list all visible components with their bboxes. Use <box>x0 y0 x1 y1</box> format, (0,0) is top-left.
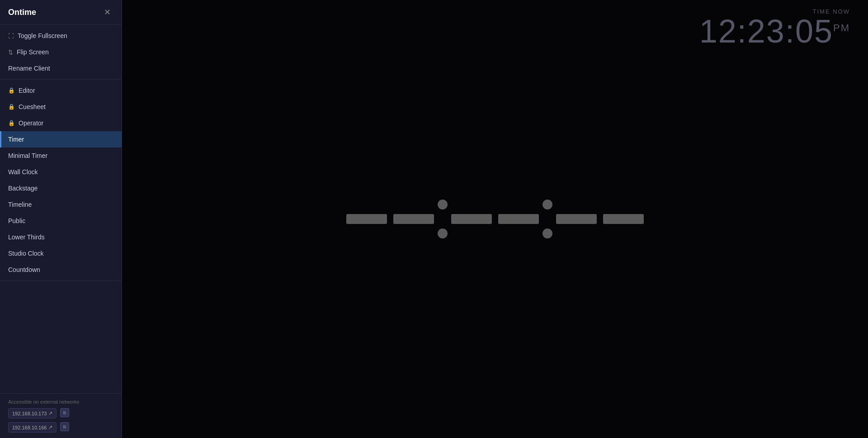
fullscreen-icon: ⛶ <box>8 33 14 39</box>
sidebar-header: Ontime ✕ <box>0 0 122 25</box>
sidebar-item-studio-clock[interactable]: Studio Clock <box>0 245 122 262</box>
sidebar-item-countdown[interactable]: Countdown <box>0 262 122 278</box>
colon-2 <box>542 200 552 238</box>
sidebar-item-public[interactable]: Public <box>0 213 122 229</box>
cuesheet-label: Cuesheet <box>19 103 46 110</box>
seg-bar-ss-1 <box>556 214 597 224</box>
seg-bar-hh-2 <box>393 214 434 224</box>
seconds-segment <box>556 214 644 224</box>
sidebar-item-flip-screen[interactable]: ⇅ Flip Screen <box>0 44 122 60</box>
sidebar-item-wall-clock[interactable]: Wall Clock <box>0 164 122 180</box>
lock-icon-editor: 🔒 <box>8 87 15 94</box>
backstage-label: Backstage <box>8 185 38 192</box>
colon-1 <box>438 200 448 238</box>
sidebar-item-minimal-timer[interactable]: Minimal Timer <box>0 148 122 164</box>
hours-segment <box>346 214 434 224</box>
rename-client-label: Rename Client <box>8 65 50 72</box>
lock-icon-operator: 🔒 <box>8 120 15 126</box>
colon-dot-bottom-2 <box>542 229 552 238</box>
sidebar-item-operator[interactable]: 🔒 Operator <box>0 115 122 131</box>
nav-section: 🔒 Editor 🔒 Cuesheet 🔒 Operator Timer Min… <box>0 80 122 281</box>
toggle-fullscreen-label: Toggle Fullscreen <box>18 32 67 39</box>
studio-clock-label: Studio Clock <box>8 250 44 257</box>
sidebar: Ontime ✕ ⛶ Toggle Fullscreen ⇅ Flip Scre… <box>0 0 122 438</box>
sidebar-item-cuesheet[interactable]: 🔒 Cuesheet <box>0 99 122 115</box>
timer-area <box>346 200 644 238</box>
seg-bar-ss-2 <box>603 214 644 224</box>
lock-icon-cuesheet: 🔒 <box>8 104 15 110</box>
countdown-label: Countdown <box>8 266 40 273</box>
colon-dot-bottom-1 <box>438 229 448 238</box>
colon-dot-top-2 <box>542 200 552 209</box>
operator-label: Operator <box>19 119 43 127</box>
copy-button-1[interactable]: ⎘ <box>60 408 69 417</box>
sidebar-footer: Accessible on external networks 192.168.… <box>0 393 122 438</box>
editor-label: Editor <box>19 87 35 94</box>
ip-1: 192.168.10.173 <box>12 411 47 416</box>
close-button[interactable]: ✕ <box>101 7 113 17</box>
time-value: 12:23:05PM <box>699 15 850 48</box>
sidebar-item-timer[interactable]: Timer <box>0 131 122 148</box>
main-area: TIME NOW 12:23:05PM <box>122 0 868 438</box>
timeline-label: Timeline <box>8 201 32 208</box>
sidebar-item-backstage[interactable]: Backstage <box>0 180 122 196</box>
time-ampm: PM <box>833 22 850 33</box>
footer-link-2[interactable]: 192.168.10.166 ↗ <box>8 422 57 433</box>
lower-thirds-label: Lower Thirds <box>8 233 45 241</box>
sidebar-item-rename-client[interactable]: Rename Client <box>0 60 122 76</box>
sidebar-item-timeline[interactable]: Timeline <box>0 196 122 213</box>
external-icon-2: ↗ <box>48 424 52 430</box>
sidebar-item-lower-thirds[interactable]: Lower Thirds <box>0 229 122 245</box>
seg-bar-hh-1 <box>346 214 387 224</box>
copy-button-2[interactable]: ⎘ <box>60 422 69 431</box>
flip-screen-label: Flip Screen <box>17 48 49 56</box>
external-icon-1: ↗ <box>48 410 52 416</box>
ip-2: 192.168.10.166 <box>12 425 47 430</box>
minutes-segment <box>451 214 539 224</box>
seg-bar-mm-2 <box>498 214 539 224</box>
minimal-timer-label: Minimal Timer <box>8 152 47 159</box>
top-actions-section: ⛶ Toggle Fullscreen ⇅ Flip Screen Rename… <box>0 25 122 80</box>
colon-dot-top-1 <box>438 200 448 209</box>
wall-clock-label: Wall Clock <box>8 168 38 176</box>
public-label: Public <box>8 217 25 224</box>
time-digits: 12:23:05 <box>699 13 833 49</box>
sidebar-item-editor[interactable]: 🔒 Editor <box>0 82 122 99</box>
footer-link-1[interactable]: 192.168.10.173 ↗ <box>8 408 57 419</box>
sidebar-item-toggle-fullscreen[interactable]: ⛶ Toggle Fullscreen <box>0 28 122 44</box>
timer-label: Timer <box>8 136 24 143</box>
time-display: TIME NOW 12:23:05PM <box>699 8 850 48</box>
app-title: Ontime <box>8 8 36 17</box>
seg-bar-mm-1 <box>451 214 492 224</box>
flip-icon: ⇅ <box>8 49 13 56</box>
footer-links: 192.168.10.173 ↗ ⎘ 192.168.10.166 ↗ ⎘ <box>8 408 113 433</box>
accessible-label: Accessible on external networks <box>8 399 113 405</box>
